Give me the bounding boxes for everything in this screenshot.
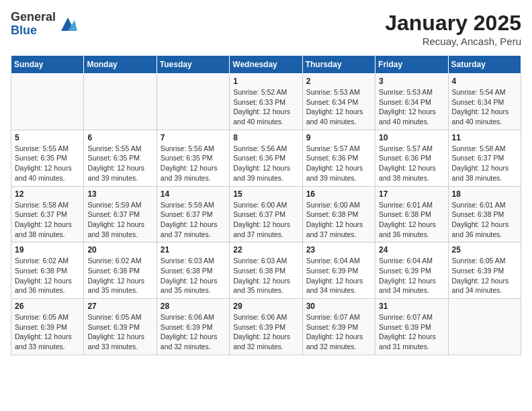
calendar-cell (11, 74, 84, 130)
calendar-week-row: 1Sunrise: 5:52 AM Sunset: 6:33 PM Daylig… (11, 74, 521, 130)
day-number: 27 (87, 302, 152, 311)
calendar-cell: 17Sunrise: 6:01 AM Sunset: 6:38 PM Dayli… (375, 186, 448, 242)
logo-icon (58, 15, 77, 34)
calendar-header: SundayMondayTuesdayWednesdayThursdayFrid… (11, 56, 521, 74)
calendar-body: 1Sunrise: 5:52 AM Sunset: 6:33 PM Daylig… (11, 74, 521, 355)
calendar-cell: 28Sunrise: 6:06 AM Sunset: 6:39 PM Dayli… (157, 299, 229, 355)
day-number: 5 (15, 133, 80, 142)
day-number: 7 (161, 133, 226, 142)
calendar-cell: 8Sunrise: 5:56 AM Sunset: 6:36 PM Daylig… (230, 130, 302, 186)
calendar-cell: 9Sunrise: 5:57 AM Sunset: 6:36 PM Daylig… (302, 130, 375, 186)
calendar-cell: 18Sunrise: 6:01 AM Sunset: 6:38 PM Dayli… (448, 186, 521, 242)
weekday-row: SundayMondayTuesdayWednesdayThursdayFrid… (11, 56, 521, 74)
day-info: Sunrise: 5:53 AM Sunset: 6:34 PM Dayligh… (306, 87, 371, 127)
day-info: Sunrise: 6:06 AM Sunset: 6:39 PM Dayligh… (161, 312, 226, 352)
day-info: Sunrise: 5:53 AM Sunset: 6:34 PM Dayligh… (379, 87, 444, 127)
calendar-cell: 15Sunrise: 6:00 AM Sunset: 6:37 PM Dayli… (230, 186, 302, 242)
calendar-cell: 3Sunrise: 5:53 AM Sunset: 6:34 PM Daylig… (375, 74, 448, 130)
day-info: Sunrise: 6:04 AM Sunset: 6:39 PM Dayligh… (379, 256, 444, 295)
logo-blue: Blue (11, 24, 56, 38)
calendar-cell: 6Sunrise: 5:55 AM Sunset: 6:35 PM Daylig… (84, 130, 157, 186)
day-info: Sunrise: 5:54 AM Sunset: 6:34 PM Dayligh… (452, 87, 517, 127)
weekday-header: Sunday (11, 56, 84, 74)
calendar-cell (84, 74, 157, 130)
day-info: Sunrise: 5:58 AM Sunset: 6:37 PM Dayligh… (15, 200, 80, 240)
day-info: Sunrise: 5:58 AM Sunset: 6:37 PM Dayligh… (452, 144, 517, 183)
calendar-cell: 4Sunrise: 5:54 AM Sunset: 6:34 PM Daylig… (448, 74, 521, 130)
calendar-cell: 31Sunrise: 6:07 AM Sunset: 6:39 PM Dayli… (375, 299, 448, 355)
day-info: Sunrise: 5:52 AM Sunset: 6:33 PM Dayligh… (233, 87, 298, 127)
day-info: Sunrise: 6:07 AM Sunset: 6:39 PM Dayligh… (379, 312, 444, 352)
title-block: January 2025 Recuay, Ancash, Peru (385, 11, 521, 47)
calendar-cell: 23Sunrise: 6:04 AM Sunset: 6:39 PM Dayli… (302, 242, 375, 299)
weekday-header: Wednesday (230, 56, 302, 74)
calendar-cell: 29Sunrise: 6:06 AM Sunset: 6:39 PM Dayli… (230, 299, 302, 355)
day-info: Sunrise: 5:56 AM Sunset: 6:36 PM Dayligh… (233, 144, 298, 183)
weekday-header: Thursday (302, 56, 375, 74)
day-number: 16 (306, 189, 371, 199)
day-info: Sunrise: 6:03 AM Sunset: 6:38 PM Dayligh… (161, 256, 226, 295)
day-info: Sunrise: 6:03 AM Sunset: 6:38 PM Dayligh… (233, 256, 298, 295)
day-info: Sunrise: 6:06 AM Sunset: 6:39 PM Dayligh… (233, 312, 298, 352)
day-number: 17 (379, 189, 444, 199)
day-info: Sunrise: 5:59 AM Sunset: 6:37 PM Dayligh… (87, 200, 152, 240)
calendar-cell: 14Sunrise: 5:59 AM Sunset: 6:37 PM Dayli… (157, 186, 229, 242)
day-info: Sunrise: 6:01 AM Sunset: 6:38 PM Dayligh… (452, 200, 517, 240)
weekday-header: Friday (375, 56, 448, 74)
day-number: 30 (306, 302, 371, 311)
day-info: Sunrise: 6:07 AM Sunset: 6:39 PM Dayligh… (306, 312, 371, 352)
calendar-cell: 19Sunrise: 6:02 AM Sunset: 6:38 PM Dayli… (11, 242, 84, 299)
calendar-cell: 10Sunrise: 5:57 AM Sunset: 6:36 PM Dayli… (375, 130, 448, 186)
calendar-cell: 16Sunrise: 6:00 AM Sunset: 6:38 PM Dayli… (302, 186, 375, 242)
day-number: 29 (233, 302, 298, 311)
calendar-cell: 5Sunrise: 5:55 AM Sunset: 6:35 PM Daylig… (11, 130, 84, 186)
day-info: Sunrise: 6:02 AM Sunset: 6:38 PM Dayligh… (15, 256, 80, 295)
calendar-cell (157, 74, 229, 130)
day-info: Sunrise: 5:59 AM Sunset: 6:37 PM Dayligh… (161, 200, 226, 240)
day-info: Sunrise: 6:05 AM Sunset: 6:39 PM Dayligh… (452, 256, 517, 295)
day-number: 23 (306, 245, 371, 255)
weekday-header: Monday (84, 56, 157, 74)
day-number: 11 (452, 133, 517, 142)
calendar-cell: 24Sunrise: 6:04 AM Sunset: 6:39 PM Dayli… (375, 242, 448, 299)
day-info: Sunrise: 6:05 AM Sunset: 6:39 PM Dayligh… (87, 312, 152, 352)
calendar-cell: 27Sunrise: 6:05 AM Sunset: 6:39 PM Dayli… (84, 299, 157, 355)
day-number: 26 (15, 302, 80, 311)
calendar-cell: 2Sunrise: 5:53 AM Sunset: 6:34 PM Daylig… (302, 74, 375, 130)
day-info: Sunrise: 6:05 AM Sunset: 6:39 PM Dayligh… (15, 312, 80, 352)
day-number: 4 (452, 77, 517, 86)
calendar-cell: 7Sunrise: 5:56 AM Sunset: 6:35 PM Daylig… (157, 130, 229, 186)
day-number: 22 (233, 245, 298, 255)
day-number: 12 (15, 189, 80, 199)
day-info: Sunrise: 5:57 AM Sunset: 6:36 PM Dayligh… (306, 144, 371, 183)
calendar-cell: 20Sunrise: 6:02 AM Sunset: 6:38 PM Dayli… (84, 242, 157, 299)
calendar-cell: 21Sunrise: 6:03 AM Sunset: 6:38 PM Dayli… (157, 242, 229, 299)
calendar-week-row: 5Sunrise: 5:55 AM Sunset: 6:35 PM Daylig… (11, 130, 521, 186)
day-number: 9 (306, 133, 371, 142)
day-number: 13 (87, 189, 152, 199)
day-info: Sunrise: 5:57 AM Sunset: 6:36 PM Dayligh… (379, 144, 444, 183)
calendar-cell: 11Sunrise: 5:58 AM Sunset: 6:37 PM Dayli… (448, 130, 521, 186)
day-number: 21 (161, 245, 226, 255)
day-number: 15 (233, 189, 298, 199)
day-number: 20 (87, 245, 152, 255)
calendar-week-row: 12Sunrise: 5:58 AM Sunset: 6:37 PM Dayli… (11, 186, 521, 242)
calendar-week-row: 26Sunrise: 6:05 AM Sunset: 6:39 PM Dayli… (11, 299, 521, 355)
weekday-header: Saturday (448, 56, 521, 74)
calendar-cell: 13Sunrise: 5:59 AM Sunset: 6:37 PM Dayli… (84, 186, 157, 242)
day-number: 3 (379, 77, 444, 86)
day-info: Sunrise: 6:04 AM Sunset: 6:39 PM Dayligh… (306, 256, 371, 295)
calendar-week-row: 19Sunrise: 6:02 AM Sunset: 6:38 PM Dayli… (11, 242, 521, 299)
day-number: 6 (87, 133, 152, 142)
page-header: General Blue January 2025 Recuay, Ancash… (11, 11, 521, 47)
logo-general: General (11, 11, 56, 24)
calendar-cell: 12Sunrise: 5:58 AM Sunset: 6:37 PM Dayli… (11, 186, 84, 242)
day-info: Sunrise: 5:55 AM Sunset: 6:35 PM Dayligh… (87, 144, 152, 183)
logo: General Blue (11, 11, 77, 38)
day-number: 8 (233, 133, 298, 142)
day-number: 19 (15, 245, 80, 255)
day-info: Sunrise: 5:55 AM Sunset: 6:35 PM Dayligh… (15, 144, 80, 183)
calendar-cell: 25Sunrise: 6:05 AM Sunset: 6:39 PM Dayli… (448, 242, 521, 299)
calendar-cell: 1Sunrise: 5:52 AM Sunset: 6:33 PM Daylig… (230, 74, 302, 130)
day-number: 25 (452, 245, 517, 255)
